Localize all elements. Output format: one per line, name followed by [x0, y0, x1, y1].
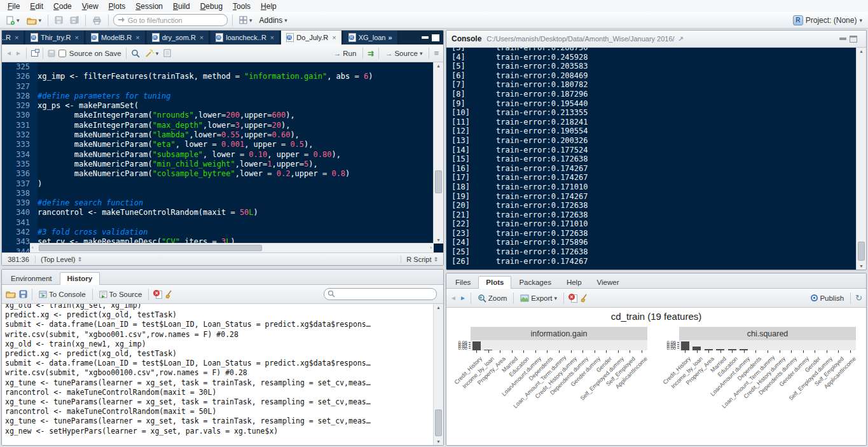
save-icon[interactable]	[48, 50, 55, 57]
tab-overflow-icon[interactable]: »	[388, 34, 392, 41]
source-tab-modelb-r[interactable]: RModelB.R×	[86, 31, 146, 45]
scope-selector[interactable]: (Top Level) ⇕	[36, 256, 87, 263]
source-tab-thir-try-r[interactable]: RThir_try.R×	[25, 31, 85, 45]
to-source-button[interactable]: To Source	[97, 289, 144, 299]
source-tab-r[interactable]: ..R×	[1, 31, 24, 45]
history-entry[interactable]: xg_old <- train(xg_new1, xg_imp)	[5, 340, 443, 349]
goto-file-input[interactable]	[113, 14, 228, 26]
menu-debug[interactable]: Debug	[195, 1, 228, 12]
history-entry[interactable]: submit <- data.frame(Loan_ID = test$Loan…	[5, 320, 443, 329]
compile-notebook-icon[interactable]	[163, 49, 171, 57]
menu-edit[interactable]: Edit	[25, 1, 48, 12]
maximize-icon[interactable]	[850, 36, 857, 43]
menu-file[interactable]: File	[3, 1, 25, 12]
history-entry[interactable]: submit <- data.frame(Loan_ID = test$Loan…	[5, 359, 443, 368]
open-file-button[interactable]: ▾	[25, 15, 44, 26]
previous-plot-icon[interactable]: ◄	[450, 294, 457, 301]
scrollbar-thumb[interactable]	[39, 245, 262, 251]
open-history-icon[interactable]	[6, 290, 16, 298]
history-entry[interactable]: predict.xg <- predict(xg_old, testTask)	[5, 310, 443, 320]
forward-icon[interactable]: ►	[15, 50, 22, 57]
history-list[interactable]: xg_old <- train(xg_set, xg_imp)predict.x…	[2, 304, 443, 445]
source-on-save-checkbox[interactable]	[59, 50, 66, 57]
refresh-plot-icon[interactable]: ↻	[855, 293, 862, 303]
print-button[interactable]	[90, 15, 104, 26]
run-button[interactable]: → Run	[332, 48, 359, 58]
history-entry[interactable]: write.csv(submit, "xgboo00100.csv",row.n…	[5, 368, 443, 378]
back-icon[interactable]: ◄	[6, 50, 12, 57]
close-icon[interactable]: ×	[270, 34, 274, 41]
menu-view[interactable]: View	[77, 1, 104, 12]
tab-help[interactable]: Help	[559, 276, 589, 289]
scroll-up-icon[interactable]: ▲	[859, 48, 864, 55]
tab-viewer[interactable]: Viewer	[589, 276, 627, 289]
scroll-down-icon[interactable]: ▼	[859, 263, 864, 270]
grid-dropdown[interactable]: ▾	[249, 17, 252, 24]
document-outline-icon[interactable]: ≡	[434, 48, 439, 58]
doc-type-selector[interactable]: R Script ⇕	[401, 256, 443, 263]
close-icon[interactable]: ×	[332, 34, 336, 41]
source-tab-do-july-r[interactable]: RDo_July.R×	[281, 31, 341, 45]
history-entry[interactable]: xg_tune <- tuneParams(learner = xg_set, …	[5, 378, 443, 388]
tab-packages[interactable]: Packages	[511, 276, 559, 289]
open-file-dropdown[interactable]: ▾	[39, 17, 42, 24]
next-plot-icon[interactable]: ►	[460, 294, 466, 301]
rerun-icon[interactable]: ⇉	[368, 49, 374, 58]
history-search-input[interactable]	[324, 288, 437, 300]
clear-plots-broom-icon[interactable]	[580, 294, 589, 303]
source-button[interactable]: → Source ▾	[383, 48, 424, 58]
save-all-button[interactable]	[68, 15, 81, 25]
history-entry[interactable]: write.csv(submit, "xgboo001.csv",row.nam…	[5, 330, 443, 340]
scroll-right-icon[interactable]: ›	[430, 245, 432, 251]
search-icon[interactable]	[131, 49, 140, 58]
scroll-left-icon[interactable]: ‹	[32, 245, 34, 251]
clear-history-broom-icon[interactable]	[165, 290, 174, 299]
history-entry[interactable]: xg_tune <- tuneParams(learner = xg_set, …	[5, 416, 443, 426]
to-console-button[interactable]: To Console	[37, 289, 88, 299]
tab-environment[interactable]: Environment	[3, 272, 60, 285]
code-editor[interactable]: 325 326xg_imp <- filterFeatures(trainTas…	[2, 62, 443, 252]
remove-entries-icon[interactable]	[153, 290, 162, 298]
scroll-up-icon[interactable]: ▲	[436, 62, 441, 69]
history-entry[interactable]: rancontrol <- makeTuneControlRandom(maxi…	[5, 407, 443, 416]
scroll-down-icon[interactable]: ▼	[436, 438, 441, 445]
scrollbar-thumb[interactable]	[435, 409, 442, 436]
menu-tools[interactable]: Tools	[228, 1, 256, 12]
close-icon[interactable]: ×	[74, 34, 78, 41]
new-file-dropdown[interactable]: ▾	[17, 17, 20, 24]
source-tab-dry-som-r[interactable]: Rdry_som.R×	[147, 31, 210, 45]
project-selector[interactable]: R Project: (None) ▾	[791, 14, 864, 27]
close-icon[interactable]: ×	[15, 34, 18, 41]
history-entry[interactable]: xg_tune <- tuneParams(learner = xg_set, …	[5, 397, 443, 407]
maximize-icon[interactable]	[432, 34, 439, 41]
goto-directory-icon[interactable]: ↗	[678, 35, 684, 43]
scrollbar-thumb[interactable]	[858, 242, 865, 261]
history-entry[interactable]: rancontrol <- makeTuneControlRandom(maxi…	[5, 388, 443, 397]
save-history-icon[interactable]	[19, 290, 27, 298]
menu-session[interactable]: Session	[130, 1, 168, 12]
source-tab-loancheck-r[interactable]: Rloancheck..R×	[210, 31, 280, 45]
history-entry[interactable]: xg_new <- setHyperPars(learner = xg_set,…	[5, 427, 443, 436]
history-vertical-scrollbar[interactable]: ▲ ▼	[433, 304, 443, 445]
minimize-icon[interactable]	[839, 38, 846, 40]
source-tab-xg-loan[interactable]: RXG_loan»	[343, 31, 398, 45]
remove-plot-icon[interactable]	[568, 294, 577, 302]
menu-plots[interactable]: Plots	[104, 1, 131, 12]
history-entry[interactable]: predict.xg <- predict(xg_old, testTask)	[5, 349, 443, 359]
close-icon[interactable]: ×	[135, 34, 139, 41]
zoom-plot-button[interactable]: Zoom	[476, 292, 509, 304]
tab-history[interactable]: History	[60, 272, 100, 285]
scrollbar-thumb[interactable]	[435, 170, 442, 193]
history-entry[interactable]: xg_old <- train(xg_set, xg_imp)	[5, 304, 443, 310]
editor-horizontal-scrollbar[interactable]: ‹ ›	[30, 243, 434, 252]
editor-vertical-scrollbar[interactable]: ▲ ▼	[433, 62, 443, 244]
menu-help[interactable]: Help	[256, 1, 282, 12]
popout-icon[interactable]	[31, 50, 38, 57]
export-plot-button[interactable]: Export ▾	[518, 293, 559, 303]
minimize-icon[interactable]	[422, 36, 429, 39]
console-output[interactable]: [3]train-error:0.268750[4]train-error:0.…	[446, 48, 866, 270]
save-button[interactable]	[53, 15, 65, 25]
scroll-up-icon[interactable]: ▲	[436, 304, 441, 311]
tab-files[interactable]: Files	[448, 276, 478, 289]
addins-button[interactable]: Addins ▾	[258, 15, 289, 26]
